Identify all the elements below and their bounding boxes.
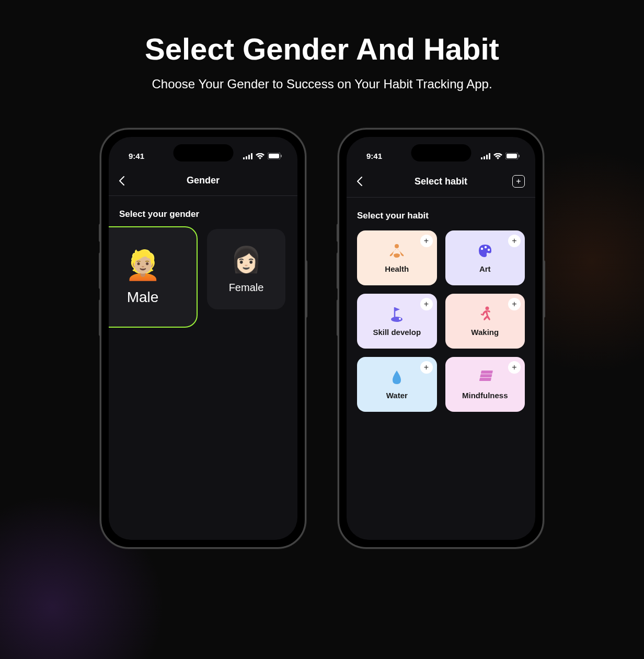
page-title: Select Gender And Habit — [21, 31, 623, 66]
svg-rect-6 — [281, 155, 282, 157]
meditation-icon — [388, 242, 405, 259]
add-icon[interactable]: + — [420, 298, 433, 310]
plus-icon: + — [512, 175, 525, 188]
nav-bar: Gender — [109, 166, 297, 196]
add-icon[interactable]: + — [508, 361, 521, 374]
nav-bar: Select habit + — [347, 166, 535, 198]
water-drop-icon — [390, 369, 403, 386]
svg-rect-8 — [484, 156, 485, 159]
habit-label: Skill develop — [373, 328, 421, 337]
svg-rect-13 — [519, 155, 520, 157]
golf-icon — [389, 306, 404, 322]
add-habit-button[interactable]: + — [509, 175, 525, 188]
status-time: 9:41 — [362, 152, 382, 160]
habit-label: Health — [385, 264, 409, 273]
gender-card-female[interactable]: 👩🏻 Female — [207, 229, 285, 309]
svg-rect-24 — [480, 371, 492, 374]
svg-point-16 — [485, 246, 487, 248]
habit-card-skill[interactable]: + Skill develop — [357, 294, 437, 349]
nav-title: Select habit — [373, 176, 509, 187]
status-time: 9:41 — [124, 152, 144, 160]
habit-label: Mindfulness — [462, 391, 508, 400]
add-icon[interactable]: + — [508, 298, 521, 310]
habit-card-water[interactable]: + Water — [357, 357, 437, 412]
habit-card-mindfulness[interactable]: + Mindfulness — [445, 357, 525, 412]
svg-point-15 — [481, 248, 483, 250]
back-button[interactable] — [119, 176, 135, 186]
battery-icon — [505, 153, 520, 159]
gender-label: Male — [127, 289, 159, 306]
running-icon — [478, 306, 492, 322]
svg-point-21 — [485, 307, 489, 310]
books-icon — [477, 369, 493, 386]
gender-label: Female — [229, 282, 264, 294]
habit-label: Art — [479, 264, 491, 273]
gender-card-male[interactable]: 👱🏼 Male — [109, 226, 198, 328]
signal-icon — [481, 153, 490, 159]
add-icon[interactable]: + — [420, 235, 433, 247]
svg-point-19 — [399, 318, 401, 320]
svg-rect-2 — [248, 155, 250, 159]
habit-label: Waking — [471, 328, 499, 337]
wifi-icon — [493, 153, 502, 159]
phone-habits: 9:41 — [338, 128, 544, 549]
habit-card-health[interactable]: + Health — [357, 230, 437, 285]
svg-rect-22 — [479, 378, 491, 381]
habit-card-art[interactable]: + Art — [445, 230, 525, 285]
svg-point-14 — [395, 244, 399, 248]
svg-rect-1 — [246, 156, 247, 159]
habit-label: Water — [386, 391, 408, 400]
svg-rect-7 — [481, 157, 482, 159]
male-emoji-icon: 👱🏼 — [125, 248, 161, 282]
page-subtitle: Choose Your Gender to Success on Your Ha… — [21, 77, 623, 91]
svg-rect-3 — [251, 153, 252, 159]
habit-card-waking[interactable]: + Waking — [445, 294, 525, 349]
add-icon[interactable]: + — [420, 361, 433, 374]
palette-icon — [477, 242, 493, 259]
wifi-icon — [256, 153, 264, 159]
dynamic-island — [173, 144, 233, 161]
svg-rect-9 — [486, 155, 488, 159]
phone-gender: 9:41 — [100, 128, 306, 549]
svg-rect-23 — [480, 374, 492, 377]
female-emoji-icon: 👩🏻 — [231, 245, 262, 274]
nav-title: Gender — [135, 175, 271, 186]
add-icon[interactable]: + — [508, 235, 521, 247]
svg-rect-0 — [243, 157, 245, 159]
dynamic-island — [411, 144, 471, 161]
svg-rect-10 — [489, 153, 490, 159]
signal-icon — [243, 153, 252, 159]
habit-section-label: Select your habit — [357, 211, 525, 221]
svg-point-17 — [488, 249, 490, 251]
battery-icon — [268, 153, 282, 159]
svg-rect-12 — [507, 154, 517, 158]
svg-rect-5 — [269, 154, 279, 158]
back-button[interactable] — [357, 177, 373, 186]
gender-section-label: Select your gender — [119, 209, 287, 219]
